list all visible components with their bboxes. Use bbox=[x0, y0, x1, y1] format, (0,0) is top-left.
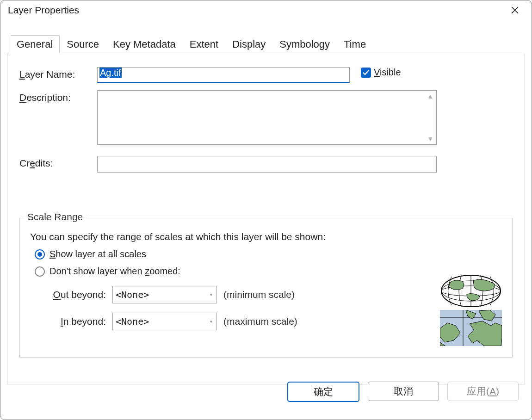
radio-show-all-scales[interactable]: Show layer at all scales bbox=[30, 249, 502, 259]
in-beyond-row: In beyond: <None> ▾ (maximum scale) bbox=[30, 313, 502, 330]
out-beyond-label: Out beyond: bbox=[50, 289, 106, 300]
scale-preview-images bbox=[440, 274, 502, 346]
chevron-down-icon: ▾ bbox=[210, 318, 213, 325]
close-button[interactable] bbox=[506, 1, 524, 19]
window-title: Layer Properties bbox=[8, 5, 79, 16]
visible-label: Visible bbox=[374, 67, 401, 78]
out-beyond-value: <None> bbox=[116, 289, 149, 300]
in-beyond-value: <None> bbox=[116, 316, 149, 327]
dialog-footer: 确定 取消 应用(A) bbox=[287, 382, 519, 402]
credits-label: Credits: bbox=[19, 156, 97, 169]
checkbox-box bbox=[361, 68, 371, 78]
tab-extent[interactable]: Extent bbox=[183, 35, 225, 53]
description-textarea[interactable]: ▲ ▼ bbox=[97, 90, 437, 145]
description-row: Description: ▲ ▼ bbox=[19, 90, 513, 145]
credits-input[interactable] bbox=[97, 156, 437, 173]
tab-display[interactable]: Display bbox=[225, 35, 272, 53]
layer-properties-dialog: Layer Properties General Source Key Meta… bbox=[0, 0, 532, 420]
close-icon bbox=[511, 6, 519, 14]
tab-source[interactable]: Source bbox=[60, 35, 106, 53]
radio-show-all-label: Show layer at all scales bbox=[49, 249, 146, 259]
out-beyond-hint: (minimum scale) bbox=[223, 289, 295, 300]
checkmark-icon bbox=[362, 69, 370, 76]
tab-strip: General Source Key Metadata Extent Displ… bbox=[7, 33, 525, 53]
tab-panel-general: Layer Name: Ag.tif Visible bbox=[7, 53, 525, 384]
radio-dont-show-zoomed[interactable]: Don't show layer when zoomed: bbox=[30, 266, 502, 277]
scroll-up-icon[interactable]: ▲ bbox=[427, 93, 433, 100]
chevron-down-icon: ▾ bbox=[210, 291, 213, 298]
out-beyond-combo[interactable]: <None> ▾ bbox=[112, 286, 217, 303]
in-beyond-label: In beyond: bbox=[50, 316, 106, 327]
tab-symbology[interactable]: Symbology bbox=[272, 35, 337, 53]
apply-button[interactable]: 应用(A) bbox=[447, 382, 519, 401]
layer-name-input[interactable]: Ag.tif bbox=[97, 67, 350, 83]
scale-range-description: You can specify the range of scales at w… bbox=[30, 231, 502, 242]
out-beyond-row: Out beyond: <None> ▾ (minimum scale) bbox=[30, 286, 502, 303]
tab-time[interactable]: Time bbox=[337, 35, 373, 53]
radio-icon bbox=[35, 266, 45, 277]
ok-button[interactable]: 确定 bbox=[287, 382, 359, 402]
scale-range-group: Scale Range You can specify the range of… bbox=[19, 218, 513, 358]
radio-dont-show-label: Don't show layer when zoomed: bbox=[49, 266, 180, 277]
titlebar: Layer Properties bbox=[0, 0, 532, 20]
content-area: General Source Key Metadata Extent Displ… bbox=[7, 33, 525, 410]
layer-name-row: Layer Name: Ag.tif Visible bbox=[19, 67, 513, 83]
tab-general[interactable]: General bbox=[10, 35, 60, 53]
credits-row: Credits: bbox=[19, 156, 513, 173]
layer-name-label: Layer Name: bbox=[19, 67, 97, 80]
in-beyond-combo[interactable]: <None> ▾ bbox=[112, 313, 217, 330]
scale-range-legend: Scale Range bbox=[25, 211, 86, 222]
cancel-button[interactable]: 取消 bbox=[368, 382, 439, 401]
layer-name-value: Ag.tif bbox=[99, 68, 122, 78]
globe-image-icon bbox=[440, 274, 502, 308]
radio-icon bbox=[35, 249, 45, 259]
zoomed-map-image-icon bbox=[440, 310, 502, 346]
in-beyond-hint: (maximum scale) bbox=[223, 316, 297, 327]
description-label: Description: bbox=[19, 90, 97, 103]
visible-checkbox[interactable]: Visible bbox=[361, 67, 401, 78]
tab-key-metadata[interactable]: Key Metadata bbox=[106, 35, 183, 53]
scroll-down-icon[interactable]: ▼ bbox=[427, 135, 433, 142]
